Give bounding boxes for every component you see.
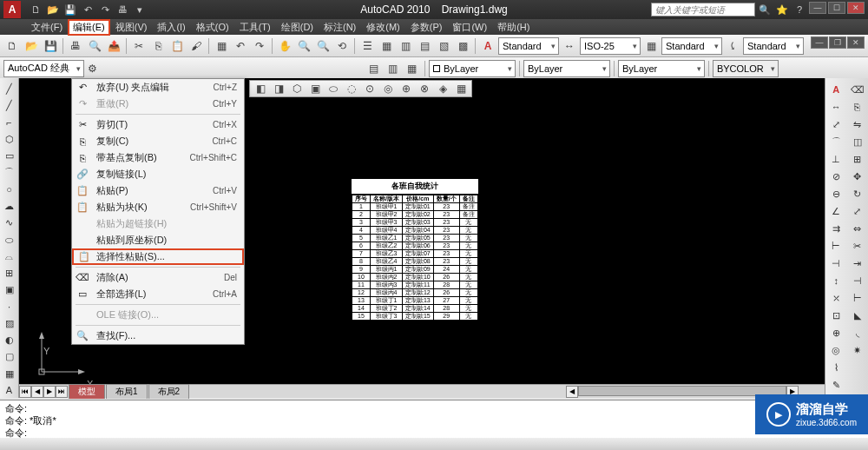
tab-layout1[interactable]: 布局1	[106, 384, 148, 399]
subscription-icon[interactable]: ⭐	[774, 2, 790, 17]
mtext-icon[interactable]: A	[2, 383, 17, 398]
dimaligned-icon[interactable]: ⤢	[828, 116, 844, 132]
dimlinear-icon[interactable]: ↔	[828, 99, 844, 115]
copy-icon[interactable]: ⎘	[149, 37, 167, 55]
float-icon-5[interactable]: ⬭	[325, 80, 342, 97]
blockeditor-icon[interactable]: ▦	[213, 37, 230, 55]
quickcalc-icon[interactable]: ▩	[454, 37, 471, 55]
dimradius-icon[interactable]: ⊘	[828, 169, 844, 184]
publish-icon[interactable]: 📤	[105, 37, 122, 55]
mleaderstyle-dropdown[interactable]: Standard	[743, 37, 804, 55]
properties-icon[interactable]: ☰	[358, 37, 376, 55]
menu-tools[interactable]: 工具(T)	[234, 19, 276, 36]
preview-icon[interactable]: 🔍	[86, 37, 103, 55]
tab-layout2[interactable]: 布局2	[148, 384, 190, 399]
app-icon[interactable]: A	[3, 1, 21, 18]
erase-icon[interactable]: ⌫	[850, 82, 865, 97]
search-input[interactable]	[651, 3, 755, 17]
qat-dropdown-icon[interactable]: ▾	[132, 2, 148, 17]
edit-menu-item[interactable]: ▭全部选择(L)Ctrl+A	[72, 286, 244, 302]
qat-open-icon[interactable]: 📂	[45, 2, 61, 17]
qat-undo-icon[interactable]: ↶	[80, 2, 95, 17]
drawing-canvas[interactable]: ◧ ◨ ⬡ ▣ ⬭ ◌ ⊙ ◎ ⊕ ⊗ ◈ ▦ ↶放弃(U) 夹点编辑Ctrl+…	[19, 78, 825, 398]
gradient-icon[interactable]: ◐	[2, 333, 17, 347]
table-icon[interactable]: ▦	[2, 367, 17, 381]
fillet-icon[interactable]: ◟	[850, 325, 865, 341]
ellipsearc-icon[interactable]: ⌓	[2, 249, 17, 264]
float-icon-9[interactable]: ⊕	[398, 80, 415, 97]
zoom-prev-icon[interactable]: ⟲	[333, 37, 351, 55]
break-icon[interactable]: ⊣	[850, 273, 865, 288]
array-icon[interactable]: ⊞	[850, 151, 865, 167]
edit-menu-item[interactable]: ⌫清除(A)Del	[72, 269, 244, 286]
dimstyle-icon[interactable]: ↔	[561, 37, 578, 55]
menu-parametric[interactable]: 参数(P)	[405, 19, 448, 36]
scale-icon[interactable]: ⤢	[850, 203, 865, 219]
float-icon-12[interactable]: ▦	[452, 80, 470, 97]
command-window[interactable]: 命令: 命令: *取消* 命令:	[0, 400, 868, 438]
qat-save-icon[interactable]: 💾	[62, 2, 78, 17]
float-icon-1[interactable]: ◧	[252, 80, 269, 97]
point-icon[interactable]: ·	[2, 299, 17, 314]
new-icon[interactable]: 🗋	[3, 37, 21, 55]
edit-menu-item[interactable]: 🔍查找(F)...	[72, 328, 244, 344]
tp-icon[interactable]: ▥	[397, 37, 414, 55]
redo-icon[interactable]: ↷	[251, 37, 268, 55]
undo-icon[interactable]: ↶	[232, 37, 249, 55]
insertblock-icon[interactable]: ⊞	[2, 266, 17, 281]
menu-insert[interactable]: 插入(I)	[152, 19, 190, 36]
edit-menu-item[interactable]: 📋粘贴(P)Ctrl+V	[72, 182, 244, 199]
dimquick-icon[interactable]: ⇉	[828, 221, 844, 236]
float-icon-7[interactable]: ⊙	[361, 80, 378, 97]
move-icon[interactable]: ✥	[850, 169, 865, 184]
tab-prev-icon[interactable]: ◀	[31, 386, 43, 398]
qat-print-icon[interactable]: 🖶	[115, 2, 130, 17]
menu-draw[interactable]: 绘图(D)	[276, 19, 319, 36]
workspace-dropdown[interactable]: AutoCAD 经典	[3, 60, 84, 77]
polygon-icon[interactable]: ⬡	[2, 132, 17, 147]
linetype-dropdown[interactable]: ByLayer	[523, 60, 610, 77]
diminspect-icon[interactable]: ◎	[828, 342, 844, 358]
plotstyle-dropdown[interactable]: BYCOLOR	[713, 60, 779, 77]
circle-icon[interactable]: ○	[2, 182, 17, 197]
edit-menu-item[interactable]: 粘贴到原坐标(D)	[72, 232, 244, 248]
float-icon-11[interactable]: ◈	[434, 80, 451, 97]
float-icon-3[interactable]: ⬡	[288, 80, 306, 97]
dimspace-icon[interactable]: ↕	[828, 273, 844, 288]
tab-model[interactable]: 模型	[69, 384, 105, 399]
extend-icon[interactable]: ⇥	[850, 255, 865, 271]
makeblock-icon[interactable]: ▣	[2, 282, 17, 297]
rectangle-icon[interactable]: ▭	[2, 149, 17, 163]
rotate-icon[interactable]: ↻	[850, 186, 865, 202]
menu-help[interactable]: 帮助(H)	[492, 19, 535, 36]
menu-window[interactable]: 窗口(W)	[447, 19, 492, 36]
mdi-close-button[interactable]: ✕	[847, 36, 865, 49]
tablestyle-dropdown[interactable]: Standard	[661, 37, 722, 55]
arc-icon[interactable]: ⌒	[2, 165, 17, 180]
textstyle-dropdown[interactable]: Standard	[498, 37, 559, 55]
ellipse-icon[interactable]: ⬭	[2, 232, 17, 247]
save-icon[interactable]: 💾	[42, 37, 59, 55]
dimjogged-icon[interactable]: ⌇	[828, 360, 844, 375]
dimstyle-dropdown[interactable]: ISO-25	[580, 37, 641, 55]
float-icon-2[interactable]: ◨	[270, 80, 287, 97]
stretch-icon[interactable]: ⇔	[850, 221, 865, 236]
mdi-minimize-button[interactable]: —	[811, 36, 828, 49]
revcloud-icon[interactable]: ☁	[2, 199, 17, 214]
chamfer-icon[interactable]: ◣	[850, 308, 865, 323]
spline-icon[interactable]: ∿	[2, 215, 17, 230]
edit-menu-item[interactable]: 📋粘贴为块(K)Ctrl+Shift+V	[72, 199, 244, 215]
copy2-icon[interactable]: ⎘	[850, 99, 865, 115]
join-icon[interactable]: ⊢	[850, 290, 865, 306]
matchprop-icon[interactable]: 🖌	[187, 37, 205, 55]
infocenter-icon[interactable]: 🔍	[757, 2, 773, 17]
help-icon[interactable]: ?	[792, 2, 807, 17]
minimize-button[interactable]: —	[809, 2, 826, 14]
mirror-icon[interactable]: ⇋	[850, 116, 865, 132]
dimarc-icon[interactable]: ⌒	[828, 134, 844, 149]
region-icon[interactable]: ▢	[2, 349, 17, 364]
float-icon-10[interactable]: ⊗	[416, 80, 433, 97]
mdi-restore-button[interactable]: ❐	[829, 36, 846, 49]
dimbaseline-icon[interactable]: ⊢	[828, 238, 844, 254]
float-icon-6[interactable]: ◌	[343, 80, 360, 97]
